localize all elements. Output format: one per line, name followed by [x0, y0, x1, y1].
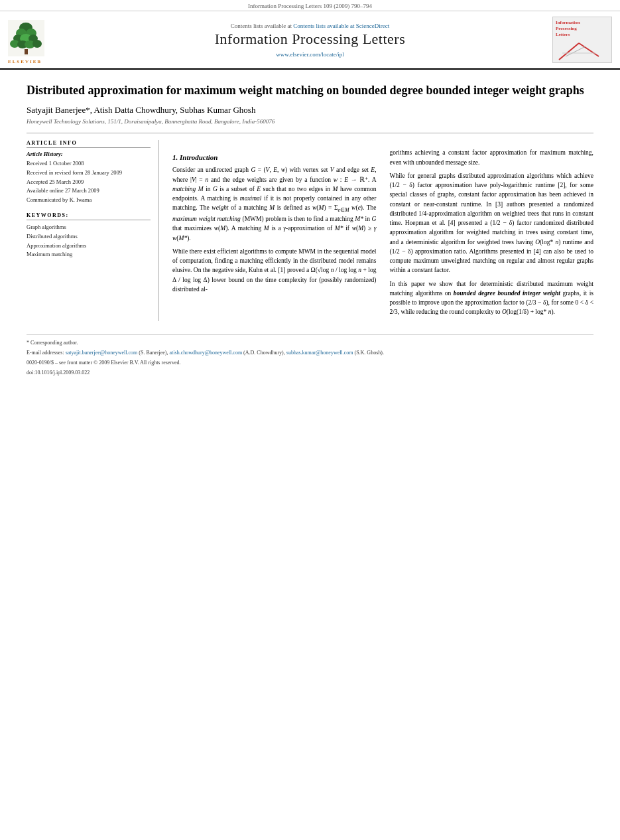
email3[interactable]: subhas.kumar@honeywell.com — [286, 350, 353, 356]
available-date: Available online 27 March 2009 — [27, 186, 151, 196]
email3-name: (S.K. Ghosh). — [354, 350, 383, 356]
communicated-by: Communicated by K. Iwama — [27, 196, 151, 205]
email2[interactable]: atish.chowdhury@honeywell.com — [170, 350, 243, 356]
ipl-logo: InformationProcessingLetters — [552, 17, 612, 63]
keyword-3: Approximation algorithms — [27, 242, 151, 251]
article-history-title: Article History: — [27, 151, 151, 157]
intro-para-2: While there exist efficient algorithms t… — [172, 247, 377, 294]
email1-name: (S. Banerjee), — [139, 350, 168, 356]
doi-label: doi:10.1016/j.ipl.2009.03.022 — [27, 370, 90, 376]
paper-authors: Satyajit Banerjee*, Atish Datta Chowdhur… — [27, 105, 593, 115]
keyword-4: Maximum matching — [27, 250, 151, 259]
body-column-left: 1. Introduction Consider an undirected g… — [172, 148, 377, 320]
accepted-date: Accepted 25 March 2009 — [27, 178, 151, 187]
paper-content: Distributed approximation for maximum we… — [0, 83, 620, 377]
body-column-right: gorithms achieving a constant factor app… — [390, 148, 594, 320]
article-body: ARTICLE INFO Article History: Received 1… — [27, 133, 593, 320]
keywords-title: Keywords: — [27, 212, 151, 220]
elsevier-brand-text: ELSEVIER — [8, 59, 74, 64]
journal-citation-text: Information Processing Letters 109 (2009… — [248, 3, 372, 9]
two-column-body: 1. Introduction Consider an undirected g… — [172, 148, 593, 320]
email-label: E-mail addresses: — [27, 350, 64, 356]
intro-heading: 1. Introduction — [172, 153, 377, 161]
article-info-title: ARTICLE INFO — [27, 140, 151, 148]
svg-point-10 — [32, 40, 42, 48]
ipl-logo-graphic — [556, 40, 602, 63]
ipl-logo-area: InformationProcessingLetters — [539, 17, 612, 63]
doi-text: doi:10.1016/j.ipl.2009.03.022 — [27, 369, 593, 377]
paper-footer: * Corresponding author. E-mail addresses… — [27, 334, 593, 377]
elsevier-logo-area: ELSEVIER — [8, 20, 81, 60]
email1[interactable]: satyajit.banerjee@honeywell.com — [66, 350, 138, 356]
elsevier-tree-svg — [8, 20, 44, 56]
paper-affiliation: Honeywell Technology Solutions, 151/1, D… — [27, 118, 593, 125]
elsevier-logo: ELSEVIER — [8, 20, 74, 60]
keywords-section: Keywords: Graph algorithms Distributed a… — [27, 212, 151, 259]
article-history-text: Received 1 October 2008 Received in revi… — [27, 159, 151, 204]
keyword-1: Graph algorithms — [27, 223, 151, 232]
email2-name: (A.D. Chowdhury), — [243, 350, 285, 356]
journal-url[interactable]: www.elsevier.com/locate/ipl — [276, 51, 343, 58]
keyword-2: Distributed algorithms — [27, 232, 151, 242]
right-para-3: In this paper we show that for determini… — [390, 279, 594, 317]
svg-line-13 — [579, 43, 599, 56]
journal-url-area: www.elsevier.com/locate/ipl — [81, 50, 539, 58]
journal-header: ELSEVIER Contents lists available at Con… — [0, 11, 620, 70]
article-info-section: ARTICLE INFO Article History: Received 1… — [27, 140, 151, 204]
revised-date: Received in revised form 28 January 2009 — [27, 169, 151, 178]
journal-name-area: Contents lists available at Contents lis… — [81, 23, 539, 58]
article-info-panel: ARTICLE INFO Article History: Received 1… — [27, 140, 159, 320]
sciencedirect-label: Contents lists available at Contents lis… — [81, 23, 539, 29]
journal-citation-bar: Information Processing Letters 109 (2009… — [0, 0, 620, 11]
svg-rect-11 — [25, 49, 28, 54]
author-names: Satyajit Banerjee*, Atish Datta Chowdhur… — [27, 105, 255, 115]
intro-para-1: Consider an undirected graph G = (V, E, … — [172, 165, 377, 243]
main-text-area: 1. Introduction Consider an undirected g… — [172, 140, 593, 320]
ipl-logo-title: InformationProcessingLetters — [556, 20, 609, 38]
journal-full-title: Information Processing Letters — [81, 31, 539, 48]
paper-title: Distributed approximation for maximum we… — [27, 83, 593, 98]
corresponding-author-label: * Corresponding author. — [27, 340, 78, 346]
issn-text: 0020-0190/$ – see front matter © 2009 El… — [27, 359, 593, 367]
issn-label: 0020-0190/$ – see front matter © 2009 El… — [27, 360, 181, 366]
keywords-list: Graph algorithms Distributed algorithms … — [27, 223, 151, 259]
footnote-emails: E-mail addresses: satyajit.banerjee@hone… — [27, 349, 593, 357]
received-date: Received 1 October 2008 — [27, 159, 151, 169]
footnote-corresponding: * Corresponding author. — [27, 339, 593, 347]
sciencedirect-link[interactable]: Contents lists available at ScienceDirec… — [293, 23, 389, 29]
right-para-1: gorithms achieving a constant factor app… — [390, 148, 594, 167]
right-para-2: While for general graphs distributed app… — [390, 171, 594, 275]
